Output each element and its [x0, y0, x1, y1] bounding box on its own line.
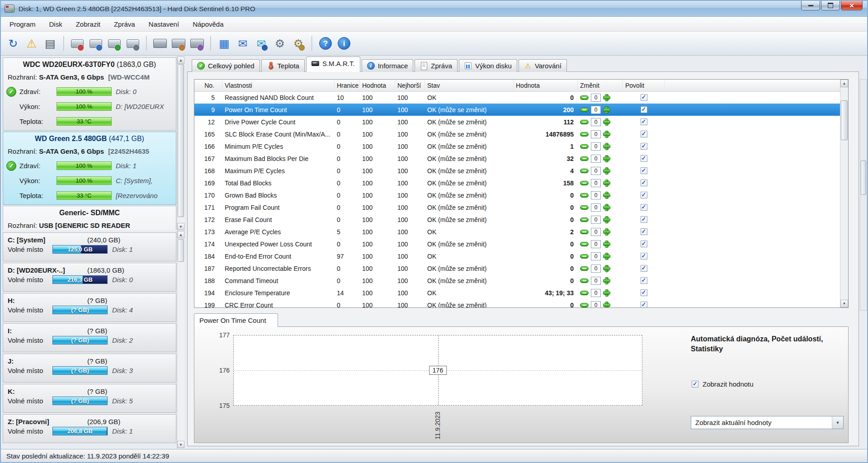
smart-row[interactable]: 168 Maximum P/E Cycles 0 100 100 OK (můž… [194, 165, 840, 177]
minimize-button[interactable] [801, 1, 820, 10]
menu-item[interactable]: Nápověda [186, 18, 230, 30]
column-header-value[interactable]: Hodnota [360, 80, 395, 91]
partition-item[interactable]: H: (? GB) Volné místo (? GB) Disk: 4 [3, 293, 176, 322]
smart-row[interactable]: 167 Maximum Bad Blocks Per Die 0 100 100… [194, 152, 840, 165]
increase-offset-button[interactable] [603, 289, 610, 297]
partition-item[interactable]: I: (? GB) Volné místo (? GB) Disk: 2 [3, 323, 176, 352]
smart-row[interactable]: 173 Average P/E Cycles 5 100 100 OK 2 0 [194, 226, 840, 238]
decrease-offset-button[interactable] [580, 95, 589, 100]
disk-ok-icon[interactable] [106, 34, 123, 53]
increase-offset-button[interactable] [603, 228, 610, 236]
enable-checkbox[interactable] [641, 167, 647, 174]
decrease-offset-button[interactable] [580, 120, 589, 124]
enable-checkbox[interactable] [641, 302, 647, 307]
scrollbar-thumb[interactable] [861, 161, 866, 195]
disk-panel[interactable]: Generic- SD/MMC Rozhraní: USB [GENERIC S… [3, 206, 176, 230]
decrease-offset-button[interactable] [580, 132, 589, 137]
drive-tools-icon[interactable] [170, 34, 187, 53]
enable-checkbox[interactable] [641, 253, 647, 260]
current-values-dropdown[interactable]: Zobrazit aktuální hodnoty ▼ [691, 416, 844, 429]
smart-row[interactable]: 174 Unexpected Power Loss Count 0 100 10… [194, 238, 840, 250]
column-header-change[interactable]: Změnit [578, 80, 623, 91]
increase-offset-button[interactable] [603, 204, 610, 211]
scroll-down-icon[interactable]: ▼ [840, 300, 848, 307]
column-header-data[interactable]: Hodnota [514, 80, 578, 91]
menu-item[interactable]: Program [3, 18, 42, 30]
refresh-icon[interactable]: ↻ [5, 34, 22, 53]
outer-scrollbar[interactable] [860, 79, 867, 311]
column-header-worst[interactable]: Nejhorší [395, 80, 425, 91]
enable-checkbox[interactable] [641, 265, 647, 272]
enable-checkbox[interactable] [641, 143, 647, 150]
enable-checkbox[interactable] [641, 277, 647, 284]
smart-row[interactable]: 188 Command Timeout 0 100 100 OK (může s… [194, 274, 840, 287]
decrease-offset-button[interactable] [580, 193, 589, 198]
smart-row[interactable]: 199 CRC Error Count 0 100 100 OK (může s… [194, 299, 840, 307]
table-scrollbar[interactable]: ▲ ▼ [840, 80, 848, 307]
enable-checkbox[interactable] [641, 118, 647, 125]
alert-clock-icon[interactable]: ⚠ [23, 34, 40, 53]
decrease-offset-button[interactable] [580, 303, 589, 307]
enable-checkbox[interactable] [641, 241, 647, 247]
disk-list-scrollbar[interactable]: ▲ ▼ [177, 57, 184, 230]
smart-row[interactable]: 169 Total Bad Blocks 0 100 100 OK (může … [194, 177, 840, 189]
smart-row[interactable]: 165 SLC Block Erase Count (Min/Max/A... … [194, 128, 840, 140]
scrollbar-thumb[interactable] [178, 239, 184, 262]
partition-item[interactable]: Z: [Pracovni] (206,9 GB) Volné místo 206… [3, 414, 176, 443]
disk-panel[interactable]: WDC WD20EURX-63T0FY0 (1863,0 GB) Rozhran… [3, 57, 176, 131]
sound-settings-icon[interactable]: ⚙ [290, 34, 307, 53]
chart-tab[interactable]: Power On Time Count [194, 313, 278, 327]
surface-map-icon[interactable]: ▦ [216, 34, 233, 53]
increase-offset-button[interactable] [603, 241, 610, 248]
smart-row[interactable]: 194 Enclosure Temperature 14 100 100 OK … [194, 287, 840, 299]
drive-icon[interactable] [151, 34, 169, 53]
disk-search-icon[interactable] [124, 34, 142, 53]
decrease-offset-button[interactable] [580, 266, 589, 271]
increase-offset-button[interactable] [603, 94, 610, 101]
scrollbar-thumb[interactable] [178, 64, 184, 217]
increase-offset-button[interactable] [603, 143, 610, 150]
menu-item[interactable]: Disk [42, 18, 69, 30]
decrease-offset-button[interactable] [580, 169, 589, 173]
close-button[interactable]: × [841, 1, 863, 10]
menu-item[interactable]: Nastavení [142, 18, 186, 30]
enable-checkbox[interactable] [641, 131, 647, 137]
scroll-down-icon[interactable]: ▼ [177, 441, 184, 448]
disk-remove-icon[interactable] [69, 34, 86, 53]
tab-smart[interactable]: S.M.A.R.T. [306, 57, 360, 72]
column-header-no[interactable]: No. [194, 80, 222, 91]
smart-row[interactable]: 172 Erase Fail Count 0 100 100 OK (může … [194, 213, 840, 226]
increase-offset-button[interactable] [603, 180, 610, 187]
column-header-threshold[interactable]: Hranice [335, 80, 360, 91]
tab-varovani[interactable]: Varování [519, 59, 567, 72]
enable-checkbox[interactable] [641, 155, 647, 162]
report-icon[interactable]: ▤ [42, 34, 59, 53]
decrease-offset-button[interactable] [580, 108, 589, 112]
menu-item[interactable]: Zobrazit [69, 18, 107, 30]
scrollbar-thumb[interactable] [841, 100, 848, 140]
decrease-offset-button[interactable] [580, 181, 589, 185]
decrease-offset-button[interactable] [580, 254, 589, 259]
show-value-checkbox[interactable] [692, 381, 698, 387]
enable-checkbox[interactable] [641, 216, 647, 223]
enable-checkbox[interactable] [641, 204, 647, 211]
increase-offset-button[interactable] [603, 277, 610, 284]
smart-row[interactable]: 170 Grown Bad Blocks 0 100 100 OK (může … [194, 189, 840, 201]
increase-offset-button[interactable] [603, 106, 610, 113]
column-header-enable[interactable]: Povolit [623, 80, 665, 91]
increase-offset-button[interactable] [603, 131, 610, 138]
increase-offset-button[interactable] [603, 253, 610, 260]
enable-checkbox[interactable] [641, 192, 647, 198]
drive-eject-icon[interactable] [189, 34, 206, 53]
smart-row[interactable]: 9 Power On Time Count 0 100 100 OK (může… [194, 104, 840, 116]
help-icon[interactable]: ? [317, 34, 334, 53]
smart-row[interactable]: 12 Drive Power Cycle Count 0 100 100 OK … [194, 116, 840, 128]
partition-list-scrollbar[interactable]: ▲ ▼ [177, 231, 184, 448]
increase-offset-button[interactable] [603, 155, 610, 162]
partition-item[interactable]: K: (? GB) Volné místo (? GB) Disk: 5 [3, 384, 176, 413]
info-icon[interactable]: i [335, 34, 353, 53]
disk-panel[interactable]: WD Green 2.5 480GB (447,1 GB) Rozhraní: … [3, 132, 176, 205]
enable-checkbox[interactable] [641, 180, 647, 186]
scroll-up-icon[interactable]: ▲ [177, 57, 184, 64]
scroll-down-icon[interactable]: ▼ [177, 223, 184, 230]
